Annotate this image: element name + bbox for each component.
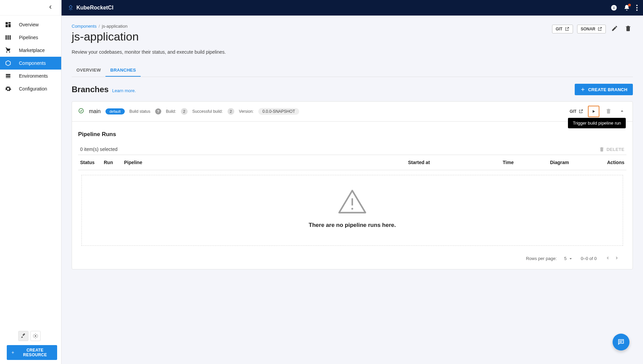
chevron-right-icon — [614, 255, 620, 261]
svg-rect-9 — [6, 74, 10, 75]
tab-overview[interactable]: OVERVIEW — [72, 64, 105, 77]
empty-text: There are no pipeline runs here. — [309, 222, 396, 229]
build-status-label: Build status — [129, 109, 150, 114]
external-link-icon — [578, 109, 583, 114]
col-run[interactable]: Run — [104, 160, 124, 165]
status-ok-icon — [78, 108, 84, 115]
notifications-icon[interactable] — [623, 4, 630, 11]
svg-rect-3 — [8, 22, 11, 24]
nav-label: Marketplace — [19, 48, 45, 53]
nav-label: Components — [19, 60, 46, 66]
pipeline-runs-title: Pipeline Runs — [78, 131, 626, 138]
info-icon[interactable]: i — [611, 4, 617, 11]
tab-branches[interactable]: BRANCHES — [105, 64, 141, 77]
branches-heading: Branches — [72, 85, 109, 94]
build-status-unknown-icon: ? — [155, 108, 161, 114]
branch-collapse-button[interactable] — [618, 107, 626, 116]
svg-rect-6 — [6, 35, 7, 40]
default-badge: default — [105, 108, 125, 114]
nav-pipelines[interactable]: Pipelines — [0, 31, 61, 44]
breadcrumb-current: js-application — [102, 24, 127, 29]
prev-page-button[interactable] — [604, 255, 611, 262]
delete-button[interactable] — [623, 24, 633, 34]
create-resource-button[interactable]: CREATE RESOURCE — [7, 345, 57, 360]
success-build-label: Successful build: — [192, 109, 223, 114]
theme-gear-button[interactable] — [30, 331, 41, 341]
col-pipeline[interactable]: Pipeline — [124, 160, 408, 165]
branch-git-link[interactable]: GIT — [570, 109, 583, 114]
svg-rect-4 — [8, 24, 11, 27]
nav-marketplace[interactable]: Marketplace — [0, 44, 61, 57]
branch-delete-button[interactable] — [604, 107, 613, 116]
chat-icon — [617, 338, 625, 346]
more-menu-icon[interactable] — [636, 5, 638, 11]
nav-environments[interactable]: Environments — [0, 70, 61, 82]
svg-point-13 — [79, 108, 84, 113]
trash-icon — [605, 108, 612, 114]
page-title: js-application — [72, 30, 139, 43]
svg-rect-8 — [9, 35, 10, 40]
git-link-button[interactable]: GIT — [552, 25, 573, 33]
marketplace-icon — [5, 47, 11, 54]
play-icon — [591, 109, 596, 114]
trash-icon — [625, 25, 632, 32]
branch-card: main default Build status ? Build: 2 Suc… — [72, 101, 633, 269]
nav-label: Configuration — [19, 86, 47, 92]
col-status[interactable]: Status — [80, 160, 104, 165]
nav-label: Pipelines — [19, 35, 38, 40]
create-branch-button[interactable]: CREATE BRANCH — [575, 84, 633, 95]
next-page-button[interactable] — [614, 255, 620, 262]
svg-point-12 — [35, 335, 36, 337]
col-diagram[interactable]: Diagram — [550, 160, 591, 165]
svg-rect-2 — [6, 22, 8, 25]
chevron-up-icon — [619, 108, 625, 114]
breadcrumb: Components / js-application — [72, 24, 139, 29]
version-label: Version: — [239, 109, 254, 114]
nav-label: Environments — [19, 73, 48, 79]
items-selected: 0 item(s) selected — [80, 147, 117, 152]
svg-rect-5 — [6, 25, 8, 27]
page-subtitle: Review your codebases, monitor their sta… — [72, 49, 633, 55]
nav-configuration[interactable]: Configuration — [0, 82, 61, 95]
svg-rect-11 — [6, 77, 10, 78]
dropdown-icon — [568, 256, 573, 261]
environments-icon — [5, 73, 11, 79]
col-started[interactable]: Started at — [408, 160, 503, 165]
branch-row: main default Build status ? Build: 2 Suc… — [72, 102, 633, 122]
learn-more-link[interactable]: Learn more. — [112, 88, 136, 93]
brand-logo[interactable]: KubeRocketCI — [68, 5, 113, 11]
runs-table-header: Status Run Pipeline Started at Time Diag… — [78, 155, 626, 170]
theme-brush-button[interactable] — [18, 331, 28, 341]
gear-icon — [33, 333, 38, 339]
tabs: OVERVIEW BRANCHES — [72, 64, 633, 77]
chat-fab[interactable] — [613, 334, 629, 350]
success-count: 2 — [228, 108, 234, 115]
empty-state: There are no pipeline runs here. — [81, 175, 623, 246]
pencil-icon — [611, 25, 618, 32]
rows-per-page-select[interactable]: 5 — [564, 256, 573, 261]
breadcrumb-parent[interactable]: Components — [72, 24, 97, 29]
main-content: Components / js-application js-applicati… — [62, 16, 643, 364]
pagination-range: 0–0 of 0 — [581, 256, 597, 261]
nav-overview[interactable]: Overview — [0, 18, 61, 31]
bulk-delete-button[interactable]: DELETE — [599, 147, 624, 152]
chevron-left-icon — [604, 255, 611, 261]
col-actions[interactable]: Actions — [591, 160, 624, 165]
sidebar-collapse-button[interactable] — [48, 4, 53, 11]
nav-components[interactable]: Components — [0, 57, 61, 70]
svg-rect-10 — [6, 76, 10, 77]
edit-button[interactable] — [610, 24, 619, 34]
version-chip: 0.0.0-SNAPSHOT — [258, 108, 299, 115]
configuration-icon — [5, 85, 11, 92]
plus-icon — [580, 87, 586, 92]
build-count: 2 — [181, 108, 188, 115]
svg-text:i: i — [613, 5, 614, 10]
rows-per-page-label: Rows per page: — [526, 256, 557, 261]
sonar-link-button[interactable]: SONAR — [577, 25, 606, 33]
branch-name: main — [89, 108, 101, 114]
pagination: Rows per page: 5 0–0 of 0 — [78, 251, 626, 266]
plus-icon — [11, 350, 15, 355]
sidebar: Overview Pipelines Marketplace Component… — [0, 0, 62, 364]
trigger-build-button[interactable] — [588, 106, 599, 117]
col-time[interactable]: Time — [503, 160, 550, 165]
